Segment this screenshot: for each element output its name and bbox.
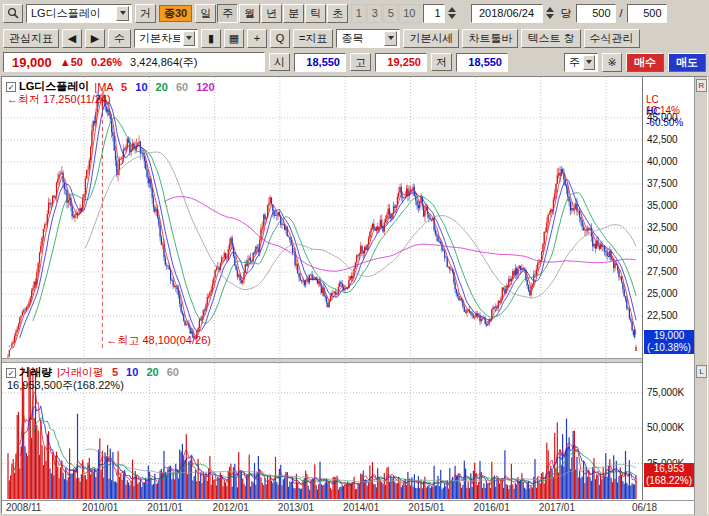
total-count-input[interactable]: 500 <box>627 4 667 23</box>
current-volume-marker: 16,953(168.22%) <box>644 463 694 487</box>
ma-period-120: 120 <box>196 81 214 93</box>
period-button-year[interactable]: 년 <box>261 4 282 23</box>
high-price: 19,250 <box>375 53 427 72</box>
volume-current-value: 16,953,500주(168.22%) <box>7 378 124 393</box>
toolbar-secondary: 관심지표◀▶수기본차트▮▦+Q=지표종목기본시세차트툴바텍스트 창수식관리 <box>0 26 709 50</box>
ma-legend: |MA 5 10 20 60 120 <box>94 81 214 93</box>
x-axis-end-label: 06/18 <box>632 502 657 513</box>
period-button-second[interactable]: 초 <box>327 4 348 23</box>
right-axis-button[interactable]: R <box>696 79 707 92</box>
chevron-down-icon <box>183 31 195 46</box>
price-axis-label: 45,000 <box>647 112 678 123</box>
period-button-day[interactable]: 일 <box>195 4 216 23</box>
sell-button[interactable]: 매도 <box>668 53 706 72</box>
quote-bar: 19,000 ▲50 0.26% 3,424,864(주) 시 18,550 고… <box>0 50 709 74</box>
chart-panel: ✓ LG디스플레이 |MA 5 10 20 60 120 ←최저 17,250(… <box>1 76 708 514</box>
price-change: ▲50 <box>60 56 83 68</box>
period-button-week[interactable]: 주 <box>217 4 238 23</box>
chart-toolbar-button[interactable]: 차트툴바 <box>462 29 518 48</box>
open-label: 시 <box>269 53 290 71</box>
exchange-button[interactable]: 거 <box>135 4 156 23</box>
chart-period-combo[interactable]: 주 <box>564 53 598 72</box>
chart-date-input[interactable]: 2018/06/24 <box>471 4 543 23</box>
interval-button-5[interactable]: 5 <box>383 4 398 23</box>
quote-summary: 19,000 ▲50 0.26% 3,424,864(주) <box>3 52 265 72</box>
price-axis-label: 42,500 <box>647 134 678 145</box>
volume-ma-60: 60 <box>167 366 179 378</box>
trade-volume: 3,424,864(주) <box>130 55 197 70</box>
price-axis-label: 32,500 <box>647 222 678 233</box>
period-button-tick[interactable]: 틱 <box>305 4 326 23</box>
x-axis-label: 2012/01 <box>213 502 249 513</box>
x-axis-label: 2011/01 <box>147 502 182 513</box>
volume-ma-label: |거래이평 <box>57 366 104 378</box>
price-chart[interactable] <box>2 77 642 358</box>
current-price-marker: 19,000(-10.38%) <box>644 330 694 354</box>
price-axis-label: 35,000 <box>647 200 678 211</box>
grid-layout-button[interactable]: ▦ <box>224 29 244 48</box>
left-axis-button[interactable]: L <box>696 365 707 378</box>
volume-checkbox[interactable]: ✓ <box>6 368 16 378</box>
interval-spinner[interactable] <box>448 7 459 19</box>
buy-button[interactable]: 매수 <box>626 53 664 72</box>
watch-indicator-button[interactable]: 관심지표 <box>3 29 59 48</box>
x-axis-label: 2008/11 <box>6 502 41 513</box>
volume-ma-10: 10 <box>126 366 138 378</box>
x-axis: 2008/112010/012011/012012/012013/012014/… <box>2 500 707 514</box>
price-axis-label: 30,000 <box>647 244 678 255</box>
low-price: 18,550 <box>456 53 508 72</box>
date-spinner[interactable] <box>546 7 557 19</box>
period-button-minute[interactable]: 분 <box>283 4 304 23</box>
stock-name-combo[interactable]: LG디스플레이 <box>26 4 132 23</box>
chevron-down-icon <box>583 55 596 70</box>
custom-interval-input[interactable]: 1 <box>423 4 445 23</box>
stock-list-combo-value: 종목 <box>341 31 363 46</box>
price-axis-label: 22,500 <box>647 310 678 321</box>
ma-period-60: 60 <box>176 81 188 93</box>
high-label: 고 <box>350 53 371 71</box>
period-button-month[interactable]: 월 <box>239 4 260 23</box>
ma-period-20: 20 <box>156 81 168 93</box>
ma-period-10: 10 <box>135 81 147 93</box>
prev-stock-button[interactable]: ◀ <box>62 29 82 48</box>
price-axis-label: 37,500 <box>647 178 678 189</box>
price-change-percent: 0.26% <box>91 56 122 68</box>
x-axis-label: 2014/01 <box>343 502 379 513</box>
price-axis-label: 40,000 <box>647 156 678 167</box>
series-checkbox[interactable]: ✓ <box>6 82 16 92</box>
highest-price-annotation: ←최고 48,100(04/26) <box>106 333 211 348</box>
basic-chart-combo[interactable]: 기본차트 <box>134 29 198 48</box>
basic-chart-combo-value: 기본차트 <box>139 31 180 46</box>
chart-tool-button[interactable]: ※ <box>602 53 622 72</box>
formula-manager-button[interactable]: 수식관리 <box>584 29 640 48</box>
interval-button-1[interactable]: 1 <box>351 4 366 23</box>
chart-date-value: 2018/06/24 <box>479 7 534 19</box>
stock-list-combo[interactable]: 종목 <box>336 29 400 48</box>
stock-search-button[interactable] <box>3 4 23 23</box>
next-stock-button[interactable]: ▶ <box>85 29 105 48</box>
crosshair-button[interactable]: + <box>247 29 267 48</box>
chart-side-strip: R L <box>694 77 707 515</box>
candle-style-button[interactable]: ▮ <box>201 29 221 48</box>
custom-interval-value: 1 <box>434 7 440 19</box>
interval-button-3[interactable]: 3 <box>367 4 382 23</box>
adjusted-price-button[interactable]: 수 <box>108 29 131 48</box>
indicator-button[interactable]: =지표 <box>293 29 333 48</box>
x-axis-label: 2015/01 <box>408 502 444 513</box>
basic-quote-button[interactable]: 기본시세 <box>403 29 459 48</box>
x-axis-label: 2017/01 <box>539 502 575 513</box>
price-axis-column: LC 10.14% HC -60.50% 45,00042,50040,0003… <box>642 77 694 500</box>
x-axis-label: 2016/01 <box>474 502 510 513</box>
low-label: 저 <box>431 53 452 71</box>
interval-button-10[interactable]: 10 <box>399 4 419 23</box>
volume-ma-5: 5 <box>112 366 118 378</box>
text-window-button[interactable]: 텍스트 창 <box>521 29 580 48</box>
lowest-price-annotation: ←최저 17,250(11/24) <box>7 92 111 107</box>
chevron-down-icon <box>116 6 129 21</box>
chart-period-value: 주 <box>569 55 580 70</box>
price-axis-label: 27,500 <box>647 266 678 277</box>
dang-label: 당 <box>560 6 573 21</box>
bar-count-input[interactable]: 500 <box>576 4 616 23</box>
zoom-button[interactable]: Q <box>270 29 290 48</box>
volume-ma-20: 20 <box>146 366 158 378</box>
